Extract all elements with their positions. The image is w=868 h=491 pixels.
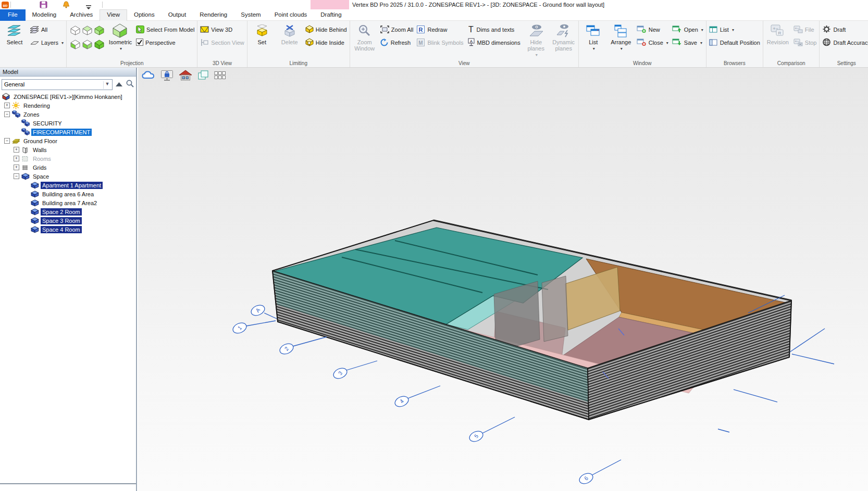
tree-filter-value: General [4,81,24,87]
tab-options[interactable]: Options [127,9,162,21]
tree-item-space-4-room[interactable]: Space 4 Room [0,225,136,234]
tree-item-security[interactable]: SECURITY [0,119,136,128]
tree-item-walls[interactable]: +Walls [0,145,136,154]
ribbon-item-select[interactable]: Select [3,21,27,45]
chevron-down-icon[interactable]: ▼ [103,81,111,89]
tree-item-space-3-room[interactable]: Space 3 Room [0,216,136,225]
tree-item-ground-floor[interactable]: −Ground Floor [0,136,136,145]
panel-splitter[interactable] [0,483,136,484]
tab-system[interactable]: System [234,9,267,21]
tab-modeling[interactable]: Modeling [26,9,64,21]
ribbon-item-isometric[interactable]: Isometric▾ [108,21,132,52]
tab-view[interactable]: View [100,9,127,21]
ribbon-group-3d-view: View 3DSection View3D View [197,21,247,67]
ribbon-item-dims-and-texts[interactable]: TDims and texts [467,26,520,34]
tree-item-apartment-1-apartment[interactable]: Apartment 1 Apartment [0,181,136,190]
tree-expander[interactable]: + [4,103,10,108]
tree-filter-combobox[interactable]: General ▼ [2,79,113,90]
ribbon-item-list[interactable]: List▾ [709,26,760,34]
tree-item-building-area-7-area2[interactable]: Building area 7 Area2 [0,198,136,207]
projection-cube-buttons [69,21,105,51]
delete-box-icon [282,23,297,39]
ribbon-item-draft-accuracy[interactable]: Draft Accuracy [822,39,868,47]
ribbon-item-label: Blink Symbols [427,40,463,46]
tab-output[interactable]: Output [162,9,193,21]
cascade-windows-icon[interactable] [197,70,209,83]
tab-file[interactable]: File [0,9,26,21]
ribbon-item-label: All [41,27,47,33]
tree-item-zonespace-rev1-kimmo-honkanen[interactable]: ZONESPACE [REV1->][Kimmo Honkanen] [0,92,136,101]
tree-item-building-area-6-area[interactable]: Building area 6 Area [0,190,136,198]
tree-expander[interactable]: − [4,138,10,144]
tree-item-label: Zones [22,111,41,118]
tab-archives[interactable]: Archives [63,9,100,21]
tree-item-space[interactable]: −Space [0,172,136,181]
ribbon-item-label: Dynamic planes [552,39,576,52]
ribbon-item-view-3d[interactable]: View 3D [200,26,244,34]
ribbon-item-save[interactable]: Save▾ [672,39,703,47]
projection-cube-6-button[interactable] [93,37,105,51]
tree-item-zones[interactable]: −Zones [0,110,136,119]
tree-item-grids[interactable]: +Grids [0,163,136,172]
projection-cube-3-button[interactable] [93,23,105,37]
ribbon-item-label: Stop [805,40,817,46]
ribbon-item-label: Set [257,39,266,45]
cloud-icon[interactable] [141,69,156,83]
tree-expander[interactable]: − [4,111,10,117]
svg-text:M: M [419,40,423,45]
collapse-up-button[interactable] [114,79,124,90]
projection-cube-2-button[interactable] [81,23,93,37]
chevron-down-icon: ▾ [592,46,595,52]
room-dashed-icon [21,155,30,162]
ribbon-item-default-position[interactable]: Default Position [709,39,760,47]
ribbon-item-set[interactable]: Set [250,21,274,45]
ribbon-item-mbd-dimensions[interactable]: AMBD dimensions [467,39,520,47]
tree-expander[interactable]: + [14,156,19,161]
ribbon-item-open[interactable]: Open▾ [672,26,703,34]
comparison-file-icon: +− [793,26,803,34]
ribbon-item-hide-inside[interactable]: Hide Inside [305,39,347,47]
ribbon-item-hide-behind[interactable]: Hide Behind [305,26,347,34]
ribbon-item-zoom-all[interactable]: Zoom All [380,26,414,34]
partition-face-grey2[interactable] [542,276,568,342]
building-model[interactable] [272,220,791,420]
tab-drafting[interactable]: Drafting [314,9,348,21]
projection-cube-5-button[interactable] [81,37,93,51]
tree-item-label: Space 2 Room [41,208,82,216]
ribbon-item-refresh[interactable]: Refresh [380,39,414,47]
projection-cube-4-button[interactable] [69,37,81,51]
tree-item-space-2-room[interactable]: Space 2 Room [0,207,136,216]
ribbon-item-blink-symbols: MBlink Symbols [417,39,463,47]
house-icon[interactable] [178,69,193,83]
monitor-lock-icon[interactable] [160,70,173,83]
3d-viewport[interactable]: A123456 [138,68,868,491]
ribbon-item-new[interactable]: New [637,26,668,34]
ribbon-item-label: File [805,27,814,33]
ribbon-item-close[interactable]: Close▾ [637,39,668,47]
ribbon-item-arrange[interactable]: Arrange▾ [609,21,633,52]
3d-viewport-scene[interactable]: A123456 [138,68,868,491]
tab-rendering[interactable]: Rendering [193,9,234,21]
refresh-icon [380,39,389,47]
ribbon-item-draft[interactable]: Draft [822,26,868,34]
ribbon-item-select-from-model[interactable]: Select From Model [136,26,194,34]
ribbon-item-redraw[interactable]: RRedraw [417,26,463,34]
tab-point-clouds[interactable]: Point clouds [268,9,314,21]
ribbon-item-perspective[interactable]: Perspective [136,39,194,47]
tree-item-rooms[interactable]: +Rooms [0,154,136,163]
grid-squares-icon[interactable] [214,70,226,83]
tree-item-firecompartment[interactable]: FIRECOMPARTMENT [0,128,136,136]
ribbon-item-list[interactable]: List▾ [581,21,605,52]
ribbon-item-layers[interactable]: Layers▾ [30,39,64,47]
ribbon-group-label: Projection [69,60,194,67]
view3d-icon [200,26,209,34]
tree-expander[interactable]: − [14,173,19,179]
projection-cube-1-button[interactable] [69,23,81,37]
search-icon[interactable] [126,79,134,90]
tree-expander[interactable]: + [14,165,19,170]
win-save-icon [672,38,682,47]
ribbon-item-all[interactable]: All [30,26,64,34]
tree-item-rendering[interactable]: +Rendering [0,101,136,110]
tree-expander[interactable]: + [14,147,19,153]
floor-layers-icon [12,137,20,145]
